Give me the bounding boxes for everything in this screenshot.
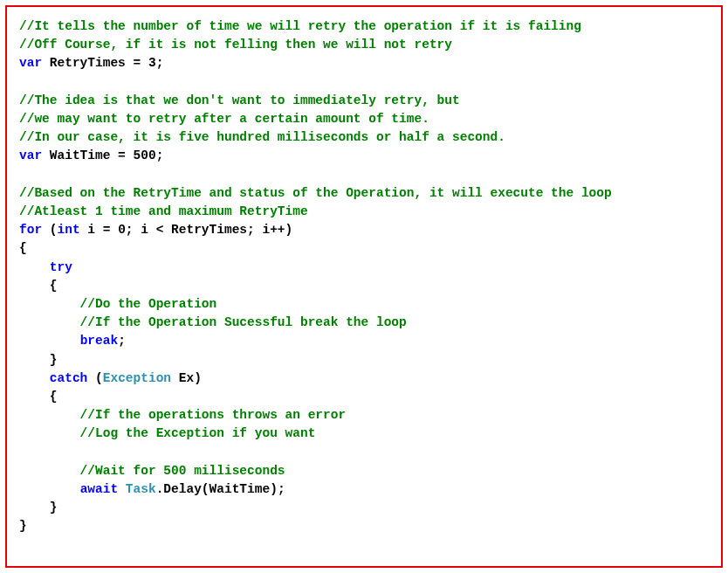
code-text [118, 482, 126, 496]
comment-line: //Atleast 1 time and maximum RetryTime [19, 204, 308, 218]
code-text: ; [118, 334, 126, 348]
comment-line: //we may want to retry after a certain a… [19, 112, 429, 126]
brace: { [19, 279, 58, 293]
comment-line: //If the Operation Sucessful break the l… [19, 315, 407, 329]
code-text: ( [87, 371, 102, 385]
code-text: Ex) [171, 371, 202, 385]
brace: } [19, 519, 27, 533]
comment-line: //Based on the RetryTime and status of t… [19, 186, 612, 200]
comment-line: //In our case, it is five hundred millis… [19, 130, 505, 144]
keyword: var [19, 148, 42, 162]
comment-line: //Log the Exception if you want [19, 426, 315, 440]
code-text: WaitTime = 500; [42, 148, 163, 162]
code-text: i = 0; i < RetryTimes; i++) [80, 223, 293, 237]
comment-line: //Wait for 500 milliseconds [19, 464, 285, 478]
comment-line: //If the operations throws an error [19, 408, 346, 422]
code-text: ( [42, 223, 57, 237]
type-name: Task [126, 482, 156, 496]
brace: { [19, 241, 27, 255]
keyword: var [19, 56, 42, 70]
keyword: catch [50, 371, 88, 385]
comment-line: //The idea is that we don't want to imme… [19, 93, 460, 107]
keyword: try [50, 260, 72, 274]
keyword: break [80, 334, 119, 348]
brace: { [19, 390, 58, 404]
comment-line: //It tells the number of time we will re… [19, 19, 581, 33]
brace: } [19, 501, 58, 514]
comment-line: //Do the Operation [19, 297, 216, 311]
page-frame: //It tells the number of time we will re… [0, 0, 728, 573]
comment-line: //Off Course, if it is not felling then … [19, 38, 452, 52]
keyword: await [80, 482, 119, 496]
type-name: Exception [103, 371, 171, 385]
keyword: int [58, 223, 80, 237]
code-text: .Delay(WaitTime); [156, 482, 285, 496]
code-text: RetryTimes = 3; [42, 56, 163, 70]
code-snippet-box: //It tells the number of time we will re… [5, 5, 723, 568]
code-block: //It tells the number of time we will re… [19, 17, 709, 536]
brace: } [19, 353, 58, 367]
keyword: for [19, 223, 42, 237]
